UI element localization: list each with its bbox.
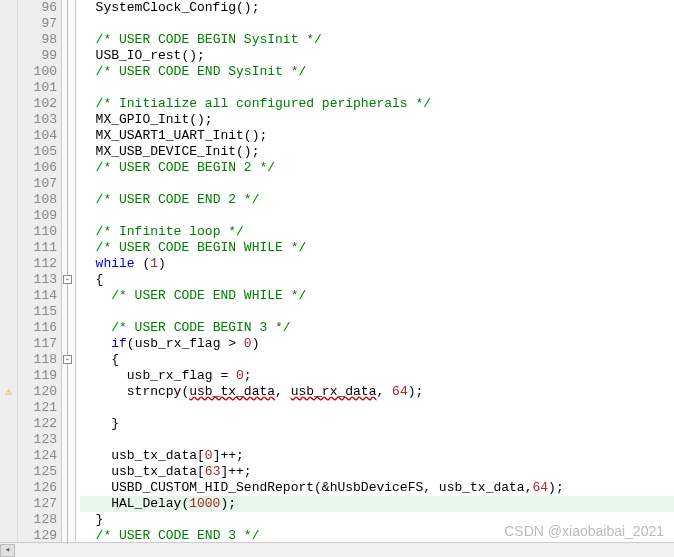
line-number: 104	[18, 128, 57, 144]
line-number: 126	[18, 480, 57, 496]
horizontal-scrollbar[interactable]: ◂	[0, 542, 674, 557]
line-number: 113	[18, 272, 57, 288]
line-number: 108	[18, 192, 57, 208]
line-number: 127	[18, 496, 57, 512]
code-line[interactable]: /* USER CODE BEGIN SysInit */	[80, 32, 674, 48]
code-line[interactable]: usb_tx_data[63]++;	[80, 464, 674, 480]
line-number: 117	[18, 336, 57, 352]
line-number: 101	[18, 80, 57, 96]
line-number: 116	[18, 320, 57, 336]
line-number: 100	[18, 64, 57, 80]
line-number: 110	[18, 224, 57, 240]
line-number: 103	[18, 112, 57, 128]
code-line[interactable]: /* USER CODE BEGIN 2 */	[80, 160, 674, 176]
code-editor: ⚠ 96979899100101102103104105106107108109…	[0, 0, 674, 542]
scroll-left-arrow[interactable]: ◂	[0, 544, 15, 557]
line-number: 119	[18, 368, 57, 384]
fold-toggle[interactable]: -	[63, 275, 72, 284]
code-line[interactable]: /* USER CODE BEGIN 3 */	[80, 320, 674, 336]
code-line[interactable]: USBD_CUSTOM_HID_SendReport(&hUsbDeviceFS…	[80, 480, 674, 496]
code-line[interactable]: /* Initialize all configured peripherals…	[80, 96, 674, 112]
line-number: 124	[18, 448, 57, 464]
code-line[interactable]: MX_GPIO_Init();	[80, 112, 674, 128]
line-number: 128	[18, 512, 57, 528]
code-line[interactable]: {	[80, 352, 674, 368]
code-line[interactable]	[80, 80, 674, 96]
gutter-margin: ⚠	[0, 0, 18, 542]
code-line[interactable]	[80, 208, 674, 224]
line-number: 120	[18, 384, 57, 400]
line-number: 107	[18, 176, 57, 192]
line-number: 129	[18, 528, 57, 544]
code-line[interactable]: USB_IO_rest();	[80, 48, 674, 64]
line-number: 123	[18, 432, 57, 448]
code-line[interactable]	[80, 176, 674, 192]
warning-icon[interactable]: ⚠	[0, 384, 17, 400]
line-number: 125	[18, 464, 57, 480]
code-line[interactable]	[80, 304, 674, 320]
code-line[interactable]: usb_tx_data[0]++;	[80, 448, 674, 464]
fold-toggle[interactable]: -	[63, 355, 72, 364]
line-number-gutter: 9697989910010110210310410510610710810911…	[18, 0, 62, 542]
code-line[interactable]: }	[80, 512, 674, 528]
code-line[interactable]: strncpy(usb_tx_data, usb_rx_data, 64);	[80, 384, 674, 400]
line-number: 122	[18, 416, 57, 432]
line-number: 97	[18, 16, 57, 32]
line-number: 121	[18, 400, 57, 416]
line-number: 105	[18, 144, 57, 160]
line-number: 112	[18, 256, 57, 272]
code-line[interactable]: while (1)	[80, 256, 674, 272]
code-line[interactable]: MX_USB_DEVICE_Init();	[80, 144, 674, 160]
code-line[interactable]: SystemClock_Config();	[80, 0, 674, 16]
line-number: 111	[18, 240, 57, 256]
line-number: 109	[18, 208, 57, 224]
line-number: 102	[18, 96, 57, 112]
code-line[interactable]	[80, 16, 674, 32]
line-number: 96	[18, 0, 57, 16]
code-line[interactable]: MX_USART1_UART_Init();	[80, 128, 674, 144]
code-line[interactable]: if(usb_rx_flag > 0)	[80, 336, 674, 352]
code-line[interactable]: {	[80, 272, 674, 288]
code-line[interactable]: /* USER CODE END WHILE */	[80, 288, 674, 304]
code-line[interactable]	[80, 432, 674, 448]
code-line[interactable]: /* USER CODE END SysInit */	[80, 64, 674, 80]
code-line[interactable]: /* USER CODE END 2 */	[80, 192, 674, 208]
line-number: 98	[18, 32, 57, 48]
line-number: 99	[18, 48, 57, 64]
code-line[interactable]: }	[80, 416, 674, 432]
code-line[interactable]: /* USER CODE END 3 */	[80, 528, 674, 544]
fold-gutter: --	[62, 0, 76, 542]
line-number: 114	[18, 288, 57, 304]
line-number: 106	[18, 160, 57, 176]
code-line[interactable]	[80, 400, 674, 416]
code-line[interactable]: /* USER CODE BEGIN WHILE */	[80, 240, 674, 256]
line-number: 115	[18, 304, 57, 320]
code-line[interactable]: /* Infinite loop */	[80, 224, 674, 240]
line-number: 118	[18, 352, 57, 368]
code-area[interactable]: SystemClock_Config(); /* USER CODE BEGIN…	[76, 0, 674, 542]
code-line[interactable]: HAL_Delay(1000);	[80, 496, 674, 512]
code-line[interactable]: usb_rx_flag = 0;	[80, 368, 674, 384]
